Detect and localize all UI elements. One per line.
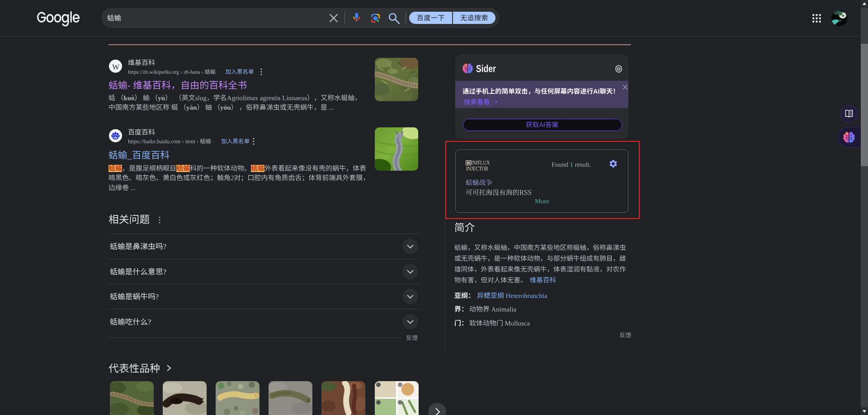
svg-text:du: du bbox=[114, 136, 118, 139]
